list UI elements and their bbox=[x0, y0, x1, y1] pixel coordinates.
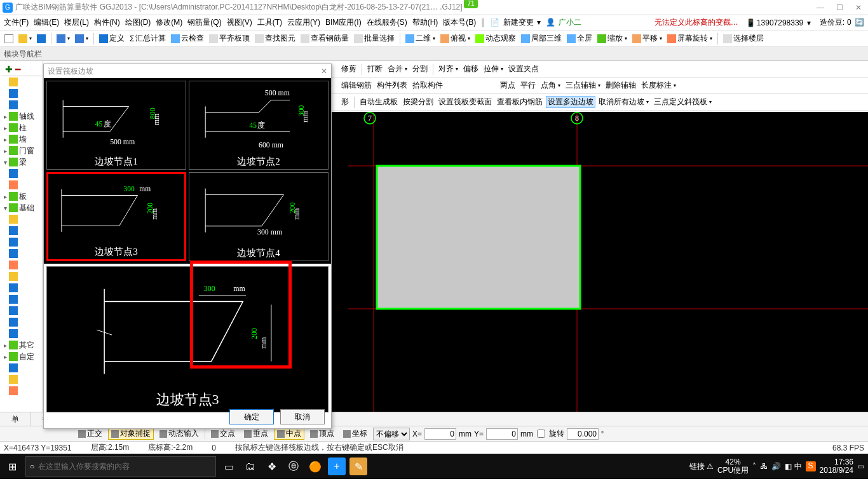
tree-item[interactable] bbox=[1, 271, 41, 282]
menu-rebar[interactable]: 钢筋量(Q) bbox=[186, 17, 222, 28]
set-raft-section-button[interactable]: 设置筏板变截面 bbox=[437, 97, 494, 107]
tree-axis[interactable]: ▸轴线 bbox=[1, 111, 41, 122]
edge-icon[interactable]: ⓔ bbox=[285, 458, 302, 475]
remove-node-icon[interactable]: ━ bbox=[15, 64, 20, 74]
new-file-button[interactable] bbox=[3, 34, 15, 43]
rotate-input[interactable] bbox=[567, 428, 599, 440]
tree-item[interactable] bbox=[1, 214, 41, 225]
batch-select-button[interactable]: 批量选择 bbox=[352, 33, 397, 44]
cpu-meter[interactable]: 42%CPU使用 bbox=[717, 458, 749, 475]
shape-button[interactable]: 形 bbox=[339, 97, 351, 107]
view-slab-rebar-button[interactable]: 查看板内钢筋 bbox=[495, 97, 545, 107]
align-button[interactable]: 对齐 bbox=[437, 64, 460, 74]
point-angle-button[interactable]: 点角 bbox=[539, 80, 562, 91]
snap-midpoint[interactable]: 中点 bbox=[274, 428, 304, 440]
tree-item[interactable] bbox=[1, 248, 41, 259]
ggj-app-icon[interactable]: + bbox=[328, 458, 346, 475]
menu-tool[interactable]: 工具(T) bbox=[256, 17, 283, 28]
tree-item[interactable] bbox=[1, 236, 41, 248]
tree-item[interactable] bbox=[1, 76, 41, 88]
start-button[interactable]: ⊞ bbox=[3, 457, 22, 476]
close-button[interactable]: ✕ bbox=[849, 1, 868, 15]
menu-version[interactable]: 版本号(B) bbox=[442, 17, 477, 28]
dynamic-view-button[interactable]: 动态观察 bbox=[473, 33, 518, 44]
merge-button[interactable]: 合并 bbox=[386, 64, 409, 74]
two-point-button[interactable]: 两点 bbox=[498, 80, 517, 91]
dyninput-toggle[interactable]: 动态输入 bbox=[156, 428, 202, 440]
menu-edit[interactable]: 编辑(E) bbox=[32, 17, 60, 28]
slope-option-4[interactable]: 300 mm 200 mm 边坡节点4 bbox=[189, 172, 329, 261]
split-button[interactable]: 分割 bbox=[410, 64, 430, 74]
tray-sogou-icon[interactable]: S bbox=[806, 461, 816, 471]
new-change-button[interactable]: 📄 新建变更 ▾ bbox=[489, 17, 542, 28]
taskview-icon[interactable]: ▭ bbox=[220, 458, 238, 475]
tree-foundation[interactable]: ▾基础 bbox=[1, 202, 41, 214]
tray-notifications-icon[interactable]: ▭ bbox=[857, 462, 864, 471]
edit-rebar-button[interactable]: 编辑钢筋 bbox=[339, 80, 374, 91]
split-by-beam-button[interactable]: 按梁分割 bbox=[401, 97, 435, 107]
tree-door-window[interactable]: ▸门窗 bbox=[1, 145, 41, 156]
tree-item[interactable] bbox=[1, 374, 41, 385]
user-indicator[interactable]: 👤 广小二 bbox=[545, 17, 584, 28]
tree-column[interactable]: ▸柱 bbox=[1, 122, 41, 133]
maximize-button[interactable]: ☐ bbox=[830, 1, 849, 15]
y-input[interactable] bbox=[486, 428, 518, 440]
three-point-aux-button[interactable]: 三点辅轴 bbox=[564, 80, 602, 91]
minimize-button[interactable]: — bbox=[811, 1, 830, 15]
define-button[interactable]: 定义 bbox=[97, 33, 126, 44]
osnap-toggle[interactable]: 对象捕捉 bbox=[108, 428, 154, 440]
snap-coord[interactable]: 坐标 bbox=[340, 428, 370, 440]
stretch-button[interactable]: 拉伸 bbox=[482, 64, 505, 74]
ortho-toggle[interactable]: 正交 bbox=[75, 428, 105, 440]
set-multi-slope-button[interactable]: 设置多边边坡 bbox=[546, 96, 595, 108]
tree-item[interactable] bbox=[1, 316, 41, 328]
menu-floor[interactable]: 楼层(L) bbox=[63, 17, 90, 28]
menu-bim[interactable]: BIM应用(I) bbox=[324, 17, 363, 28]
menu-draw[interactable]: 绘图(D) bbox=[124, 17, 153, 28]
slope-option-2[interactable]: 45度 500 mm 600 mm 300 mm 边坡节点2 bbox=[189, 81, 329, 170]
tree-beam[interactable]: ▾梁 bbox=[1, 156, 41, 168]
search-input[interactable] bbox=[38, 462, 212, 471]
find-element-button[interactable]: 查找图元 bbox=[253, 33, 297, 44]
pick-component-button[interactable]: 拾取构件 bbox=[410, 80, 445, 91]
menu-online[interactable]: 在线服务(S) bbox=[365, 17, 409, 28]
redo-button[interactable] bbox=[73, 34, 90, 43]
rotate-button[interactable]: 屏幕旋转 bbox=[665, 33, 714, 44]
tray-clock[interactable]: 17:362018/9/24 bbox=[820, 458, 853, 475]
tree-item[interactable] bbox=[1, 282, 41, 294]
rotate-checkbox[interactable] bbox=[537, 430, 545, 438]
tree-item[interactable] bbox=[1, 294, 41, 305]
component-list-button[interactable]: 构件列表 bbox=[375, 80, 409, 91]
parallel-button[interactable]: 平行 bbox=[519, 80, 538, 91]
menu-modify[interactable]: 修改(M) bbox=[154, 17, 184, 28]
calculate-button[interactable]: Σ 汇总计算 bbox=[128, 33, 168, 44]
tray-network-icon[interactable]: 🖧 bbox=[760, 462, 768, 471]
tray-volume-icon[interactable]: 🔊 bbox=[771, 462, 781, 471]
length-dim-button[interactable]: 长度标注 bbox=[639, 80, 678, 91]
view-rebar-button[interactable]: 查看钢筋量 bbox=[299, 33, 351, 44]
menu-component[interactable]: 构件(N) bbox=[93, 17, 121, 28]
tree-item[interactable] bbox=[1, 328, 41, 339]
slope-option-3[interactable]: 300mm 200 mm 边坡节点3 bbox=[46, 172, 186, 261]
app-icon[interactable]: 🟠 bbox=[306, 458, 324, 475]
slope-option-1[interactable]: 45度 500 mm 800 mm 边坡节点1 bbox=[46, 81, 186, 170]
tree-item[interactable] bbox=[1, 362, 41, 374]
tree-item[interactable] bbox=[1, 179, 41, 191]
tree-custom[interactable]: ▸自定 bbox=[1, 351, 41, 362]
undo-button[interactable] bbox=[55, 34, 72, 43]
dialog-ok-button[interactable]: 确定 bbox=[229, 409, 274, 424]
app-icon[interactable]: ✎ bbox=[349, 458, 367, 475]
app-icon[interactable]: ❖ bbox=[263, 458, 281, 475]
offset-mode-select[interactable]: 不偏移 bbox=[373, 428, 410, 440]
offset-button[interactable]: 偏移 bbox=[461, 64, 480, 74]
tree-item[interactable] bbox=[1, 99, 41, 111]
pan-button[interactable]: 平移 bbox=[630, 33, 664, 44]
menu-file[interactable]: 文件(F) bbox=[3, 17, 30, 28]
navigation-tree[interactable]: ✚━ ▸轴线 ▸柱 ▸墙 ▸门窗 ▾梁 ▸板 ▾基础 ▸其它 ▸自定 bbox=[0, 61, 43, 412]
menu-help[interactable]: 帮助(H) bbox=[411, 17, 440, 28]
save-file-button[interactable] bbox=[35, 34, 48, 43]
tree-item[interactable] bbox=[1, 88, 41, 99]
dialog-close-button[interactable]: ✕ bbox=[321, 64, 327, 78]
taskbar-search[interactable]: ○ bbox=[25, 456, 216, 477]
2d-view-button[interactable]: 二维 bbox=[403, 33, 437, 44]
